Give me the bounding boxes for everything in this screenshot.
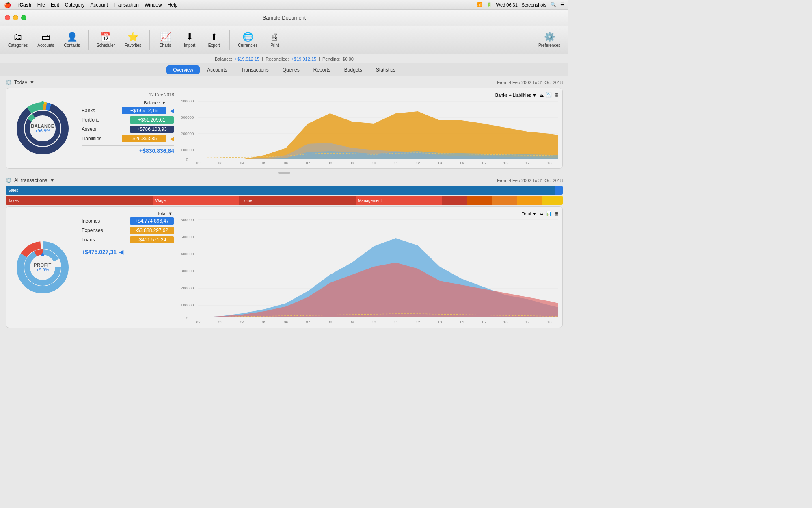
svg-text:04: 04 — [240, 161, 244, 164]
app-name[interactable]: iCash — [18, 2, 32, 8]
tab-queries[interactable]: Queries — [276, 65, 306, 74]
svg-text:18: 18 — [547, 320, 552, 323]
toolbar-categories[interactable]: 🗂 Categories — [4, 30, 32, 50]
balance-icon: ⚖️ — [6, 80, 12, 85]
other-bar-5 — [542, 196, 563, 205]
expenses-value: -$3.888.297,92 — [130, 227, 174, 234]
toolbar-import[interactable]: ⬇ Import — [178, 30, 201, 50]
svg-marker-60 — [198, 263, 558, 317]
profit-section-title[interactable]: ⚖️ All transactions ▼ — [6, 178, 54, 183]
profit-chart-filter[interactable]: Total ▼ — [522, 211, 537, 216]
balance-dropdown-icon[interactable]: ▼ — [30, 80, 35, 85]
category-bars: Sales Taxes Wage Home Management — [6, 186, 563, 205]
toolbar: 🗂 Categories 🗃 Accounts 👤 Contacts 📅 Sch… — [0, 26, 568, 54]
banks-value: +$19.912,15 — [122, 107, 166, 114]
balance-header-dropdown[interactable]: ▼ — [162, 100, 166, 105]
divider-dots — [278, 172, 290, 174]
toolbar-favorites[interactable]: ⭐ Favorites — [121, 30, 145, 50]
section-divider[interactable] — [0, 171, 568, 174]
balance-date-range: From 4 Feb 2002 To 31 Oct 2018 — [497, 80, 563, 85]
toolbar-print[interactable]: 🖨 Print — [263, 30, 286, 50]
balance-chart-filter[interactable]: Banks + Liabilities ▼ — [495, 93, 537, 98]
tab-budgets[interactable]: Budgets — [338, 65, 369, 74]
profit-section-wrapper: ⚖️ All transactions ▼ From 4 Feb 2002 To… — [0, 174, 568, 330]
toolbar-charts[interactable]: 📈 Charts — [154, 30, 177, 50]
menu-edit[interactable]: Edit — [51, 2, 59, 8]
balance-filter-dropdown[interactable]: ▼ — [532, 93, 537, 98]
svg-text:05: 05 — [262, 320, 266, 323]
profit-dropdown-icon[interactable]: ▼ — [50, 178, 54, 183]
svg-text:10: 10 — [371, 320, 376, 323]
svg-text:200000: 200000 — [181, 286, 194, 290]
search-icon[interactable]: 🔍 — [551, 2, 556, 7]
window-title: Sample Document — [263, 15, 306, 21]
profit-area-icon[interactable]: ⛰ — [539, 211, 544, 216]
sales-bar-row: Sales — [6, 186, 563, 195]
profit-table-icon[interactable]: ▦ — [554, 211, 558, 216]
banks-label: Banks — [82, 108, 118, 113]
favorites-label: Favorites — [125, 43, 141, 48]
menu-window[interactable]: Window — [145, 2, 162, 8]
taxes-bar: Taxes — [6, 196, 153, 205]
toolbar-export[interactable]: ⬆ Export — [203, 30, 225, 50]
toolbar-currencies[interactable]: 🌐 Currencies — [234, 30, 261, 50]
svg-text:06: 06 — [284, 320, 288, 323]
menu-account[interactable]: Account — [90, 2, 108, 8]
tab-reports[interactable]: Reports — [307, 65, 337, 74]
liabilities-value: -$26.393,85 — [122, 135, 166, 142]
menu-category[interactable]: Category — [65, 2, 85, 8]
tab-overview[interactable]: Overview — [166, 65, 200, 74]
wifi-icon: 📶 — [477, 2, 482, 7]
pending-value: $0,00 — [342, 56, 354, 61]
close-button[interactable] — [5, 15, 10, 20]
wage-bar: Wage — [153, 196, 239, 205]
export-icon: ⬆ — [210, 33, 218, 41]
area-chart-icon[interactable]: ⛰ — [539, 93, 544, 98]
svg-text:14: 14 — [460, 161, 464, 164]
minimize-button[interactable] — [13, 15, 18, 20]
svg-text:10: 10 — [371, 161, 376, 164]
profit-bar-icon[interactable]: 📊 — [546, 211, 552, 216]
reconciled-value: +$19.912,15 — [292, 56, 316, 61]
svg-text:16: 16 — [503, 320, 508, 323]
tab-accounts[interactable]: Accounts — [201, 65, 233, 74]
balance-section-wrapper: ⚖️ Today ▼ From 4 Feb 2002 To 31 Oct 201… — [0, 76, 568, 171]
profit-donut-title: PROFIT — [34, 263, 51, 267]
control-icon[interactable]: ☰ — [560, 2, 564, 7]
table-icon[interactable]: ▦ — [554, 92, 558, 98]
profit-donut-container: PROFIT +9,9% — [10, 211, 75, 323]
menubar-time: Wed 06:31 — [496, 2, 518, 7]
tab-transactions[interactable]: Transactions — [235, 65, 275, 74]
balance-row-portfolio: Portfolio +$51.209,61 — [82, 116, 174, 124]
tab-statistics[interactable]: Statistics — [369, 65, 402, 74]
profit-total-arrow: ◀ — [119, 249, 123, 255]
toolbar-preferences[interactable]: ⚙️ Preferences — [534, 30, 564, 50]
profit-title-text: All transactions — [14, 178, 47, 183]
toolbar-scheduler[interactable]: 📅 Scheduler — [93, 30, 119, 50]
balance-row-banks: Banks +$19.912,15 ◀ — [82, 107, 174, 114]
profit-filter-text: Total — [522, 211, 531, 216]
menu-file[interactable]: File — [37, 2, 45, 8]
contacts-label: Contacts — [64, 43, 80, 48]
line-chart-icon[interactable]: 📉 — [546, 92, 552, 98]
toolbar-contacts[interactable]: 👤 Contacts — [60, 30, 84, 50]
svg-text:11: 11 — [393, 320, 398, 323]
svg-text:03: 03 — [218, 161, 222, 164]
svg-text:600000: 600000 — [181, 218, 194, 222]
svg-text:13: 13 — [438, 320, 442, 323]
apple-menu[interactable]: 🍎 — [4, 2, 11, 8]
toolbar-accounts[interactable]: 🗃 Accounts — [33, 30, 58, 50]
menu-help[interactable]: Help — [168, 2, 178, 8]
separator-1 — [88, 30, 89, 50]
balance-value: +$19.912,15 — [235, 56, 259, 61]
currencies-icon: 🌐 — [242, 33, 253, 41]
scheduler-icon: 📅 — [100, 33, 111, 41]
menu-transaction[interactable]: Transaction — [114, 2, 139, 8]
balance-filter-text: Banks + Liabilities — [495, 93, 531, 98]
profit-donut-value: +9,9% — [34, 267, 51, 272]
profit-filter-dropdown[interactable]: ▼ — [532, 211, 537, 216]
svg-text:02: 02 — [196, 320, 201, 323]
profit-header-dropdown[interactable]: ▼ — [168, 211, 173, 216]
balance-section-title[interactable]: ⚖️ Today ▼ — [6, 80, 35, 85]
maximize-button[interactable] — [21, 15, 26, 20]
